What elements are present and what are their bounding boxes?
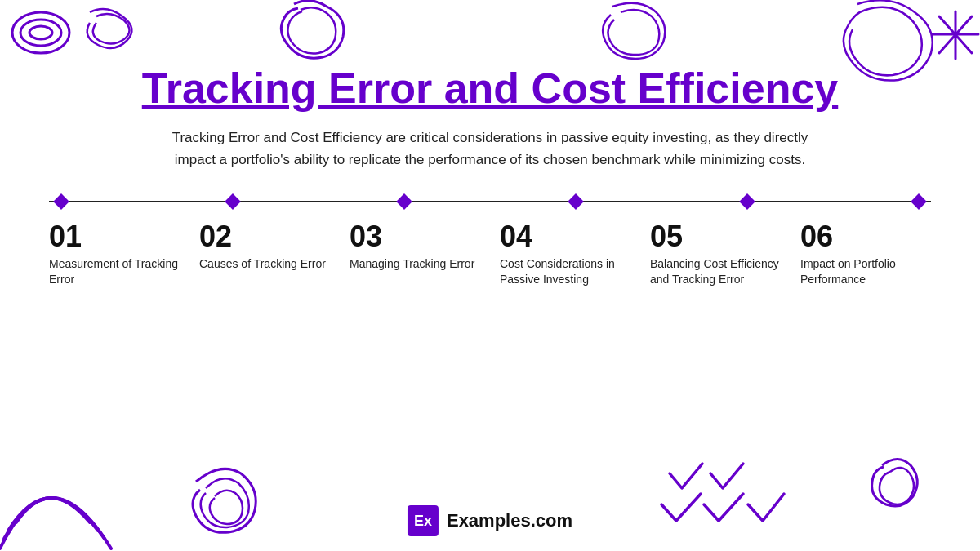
item-number-2: 02 [199,222,232,251]
page-subtitle: Tracking Error and Cost Efficiency are c… [155,127,825,171]
item-number-1: 01 [49,222,82,251]
timeline: 01 Measurement of Tracking Error 02 Caus… [49,196,931,288]
diamond-3 [396,193,412,210]
brand-name: Examples.com [447,510,572,531]
item-label-6: Impact on Portfolio Performance [800,256,931,288]
item-number-5: 05 [650,222,683,251]
timeline-item-5: 05 Balancing Cost Efficiency and Trackin… [650,222,781,288]
timeline-items: 01 Measurement of Tracking Error 02 Caus… [49,222,931,288]
timeline-item-1: 01 Measurement of Tracking Error [49,222,180,288]
item-label-5: Balancing Cost Efficiency and Tracking E… [650,256,781,288]
timeline-item-6: 06 Impact on Portfolio Performance [800,222,931,288]
footer: Ex Examples.com [408,505,572,536]
item-label-1: Measurement of Tracking Error [49,256,180,288]
diamond-6 [911,193,927,210]
timeline-item-3: 03 Managing Tracking Error [350,222,480,288]
item-label-2: Causes of Tracking Error [199,256,326,273]
item-number-4: 04 [500,222,532,251]
brand-badge: Ex [408,505,439,536]
timeline-line [49,196,931,207]
diamond-2 [225,193,241,210]
item-number-3: 03 [350,222,382,251]
diamond-4 [568,193,584,210]
item-label-3: Managing Tracking Error [350,256,474,273]
item-number-6: 06 [800,222,833,251]
item-label-4: Cost Considerations in Passive Investing [500,256,630,288]
timeline-item-2: 02 Causes of Tracking Error [199,222,330,288]
diamond-1 [53,193,69,210]
page-title: Tracking Error and Cost Efficiency [142,65,838,112]
timeline-diamonds [49,196,931,207]
timeline-item-4: 04 Cost Considerations in Passive Invest… [500,222,630,288]
diamond-5 [739,193,755,210]
